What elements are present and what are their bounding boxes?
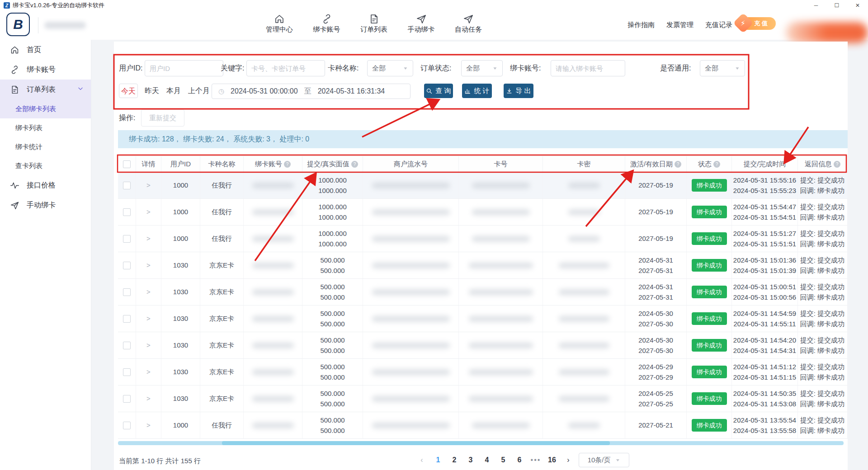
blurred-value <box>469 343 533 348</box>
expand-row-icon[interactable]: > <box>146 261 151 270</box>
quick-today-button[interactable]: 今天 <box>119 84 138 98</box>
expand-row-icon[interactable]: > <box>146 367 151 376</box>
quick-last-month-button[interactable]: 上个月 <box>188 84 210 98</box>
export-button[interactable]: 导 出 <box>504 84 533 98</box>
expand-row-icon[interactable]: > <box>146 394 151 403</box>
chevron-down-icon: ▼ <box>615 458 620 462</box>
user-id-input[interactable] <box>145 60 223 76</box>
column-header-result: 返回信息? <box>798 156 848 172</box>
column-header-checkbox <box>118 156 136 172</box>
expand-row-icon[interactable]: > <box>146 341 151 350</box>
date-range-picker[interactable]: ◷ 2024-05-31 00:00:00 至 2024-05-31 16:31… <box>212 84 410 99</box>
row-checkbox[interactable] <box>123 368 131 376</box>
horizontal-scrollbar[interactable] <box>118 441 844 445</box>
blurred-value <box>372 396 450 402</box>
cell-card_secret <box>543 279 625 305</box>
expand-row-icon[interactable]: > <box>146 234 151 243</box>
cell-result: 提交: 提交成功回调: 绑卡成功 <box>798 199 848 225</box>
blurred-promo-button[interactable] <box>786 22 868 43</box>
row-checkbox[interactable] <box>123 395 131 403</box>
pagination-info: 当前第 1-10 行 共计 155 行 <box>119 455 201 467</box>
help-icon[interactable]: ? <box>834 161 840 168</box>
pager-ellipsis: ••• <box>530 454 542 466</box>
blurred-value <box>559 316 609 322</box>
row-checkbox[interactable] <box>123 315 131 323</box>
help-icon[interactable]: ? <box>351 161 358 168</box>
close-button[interactable]: ✕ <box>847 0 868 11</box>
cell-user_id: 1030 <box>161 332 200 358</box>
sidebar-item-order-list[interactable]: 订单列表 <box>0 80 91 99</box>
row-checkbox[interactable] <box>123 182 131 189</box>
recharge-button[interactable]: ⚡ 充 值 <box>740 17 776 30</box>
sidebar-item-api-price[interactable]: 接口价格 <box>0 175 91 195</box>
universal-select[interactable]: 全部▼ <box>700 60 745 76</box>
pager-page-1[interactable]: 1 <box>432 454 444 466</box>
row-checkbox[interactable] <box>123 288 131 296</box>
topnav-item-4[interactable]: 自动任务 <box>455 14 482 34</box>
help-icon[interactable]: ? <box>284 161 291 168</box>
scrollbar-thumb[interactable] <box>222 441 610 445</box>
sidebar-item-home[interactable]: 首页 <box>0 40 91 60</box>
sidebar-item-all-bind-list[interactable]: 全部绑卡列表 <box>0 99 91 118</box>
sidebar-item-check-card-list[interactable]: 查卡列表 <box>0 156 91 175</box>
sidebar-item-bind-stats[interactable]: 绑卡统计 <box>0 137 91 156</box>
column-header-card_type: 卡种名称 <box>200 156 244 172</box>
row-checkbox[interactable] <box>123 235 131 243</box>
blurred-value <box>372 423 450 428</box>
expand-row-icon[interactable]: > <box>146 287 151 296</box>
bind-account-input[interactable] <box>551 60 625 76</box>
topnav-item-2[interactable]: 订单列表 <box>360 14 387 34</box>
maximize-button[interactable]: ☐ <box>826 0 847 11</box>
row-checkbox[interactable] <box>123 262 131 269</box>
pager-prev-button[interactable]: ‹ <box>416 454 428 466</box>
cell-user_id: 1030 <box>161 252 200 278</box>
topnav-item-3[interactable]: 手动绑卡 <box>408 14 435 34</box>
cell-card_no <box>459 252 543 278</box>
row-checkbox[interactable] <box>123 422 131 429</box>
row-checkbox[interactable] <box>123 208 131 216</box>
pager-page-16[interactable]: 16 <box>546 454 558 466</box>
link-operation-guide[interactable]: 操作指南 <box>627 21 655 29</box>
stats-button[interactable]: 统 计 <box>462 84 492 98</box>
pager-page-2[interactable]: 2 <box>448 454 460 466</box>
cell-detail: > <box>136 226 161 252</box>
order-status-select[interactable]: 全部▼ <box>461 60 503 76</box>
pager-page-4[interactable]: 4 <box>481 454 493 466</box>
page-size-select[interactable]: 10条/页▼ <box>579 453 629 467</box>
cell-user_id: 1030 <box>161 306 200 332</box>
help-icon[interactable]: ? <box>713 161 720 168</box>
link-invoice-management[interactable]: 发票管理 <box>666 21 693 29</box>
expand-row-icon[interactable]: > <box>146 314 151 323</box>
blurred-value <box>472 236 530 242</box>
sidebar-item-bind-account[interactable]: 绑卡账号 <box>0 60 91 80</box>
card-type-select[interactable]: 全部▼ <box>367 60 413 76</box>
sidebar-item-bind-list[interactable]: 绑卡列表 <box>0 118 91 137</box>
help-icon[interactable]: ? <box>675 161 681 168</box>
pager-next-button[interactable]: › <box>562 454 574 466</box>
pager-page-3[interactable]: 3 <box>465 454 476 466</box>
blurred-value <box>252 236 294 242</box>
topnav-item-0[interactable]: 管理中心 <box>266 14 293 34</box>
select-all-checkbox[interactable] <box>123 160 131 168</box>
query-button[interactable]: 查 询 <box>424 84 453 98</box>
pager-page-6[interactable]: 6 <box>514 454 525 466</box>
topnav-item-1[interactable]: 绑卡账号 <box>313 14 340 34</box>
expand-row-icon[interactable]: > <box>146 207 151 216</box>
keyword-input[interactable] <box>246 60 325 76</box>
table-row: >1030京东E卡500.000500.0002024-05-312027-05… <box>118 252 848 279</box>
column-header-status: 状态? <box>687 156 732 172</box>
cell-time: 2024-05-31 14:51:122024-05-31 14:51:15 <box>732 359 798 385</box>
expand-row-icon[interactable]: > <box>146 181 151 190</box>
pager-page-5[interactable]: 5 <box>497 454 509 466</box>
minimize-button[interactable]: ─ <box>806 0 826 11</box>
cell-result: 提交: 提交成功回调: 绑卡成功 <box>798 226 848 252</box>
cell-result: 提交: 提交成功回调: 绑卡成功 <box>798 385 848 412</box>
quick-yesterday-button[interactable]: 昨天 <box>145 84 159 98</box>
sidebar-item-manual-bind[interactable]: 手动绑卡 <box>0 195 91 215</box>
row-checkbox[interactable] <box>123 342 131 349</box>
link-recharge-records[interactable]: 充值记录 <box>705 21 732 29</box>
document-icon <box>10 85 19 94</box>
resubmit-button[interactable]: 重新提交 <box>141 109 184 127</box>
quick-this-month-button[interactable]: 本月 <box>166 84 181 98</box>
expand-row-icon[interactable]: > <box>146 421 151 430</box>
